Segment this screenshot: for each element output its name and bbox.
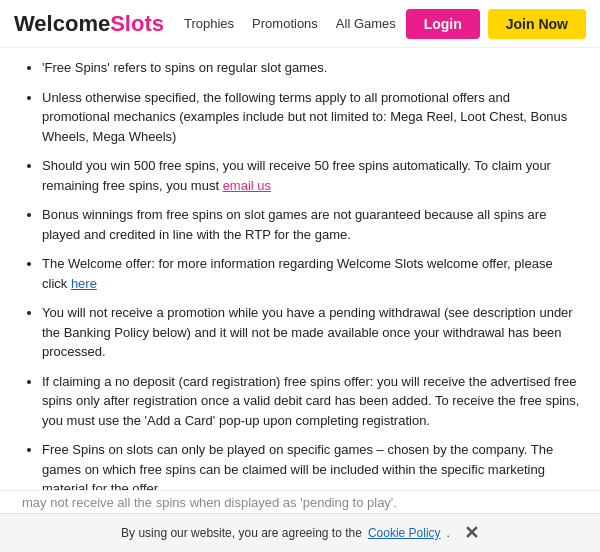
cookie-bar: By using our website, you are agreeing t… [0, 513, 600, 552]
logo-slots: Slots [110, 11, 164, 36]
cookie-text-after: . [447, 526, 450, 540]
terms-content: 'Free Spins' refers to spins on regular … [0, 48, 600, 540]
join-button[interactable]: Join Now [488, 9, 586, 39]
list-item: Bonus winnings from free spins on slot g… [42, 205, 580, 244]
list-item: The Welcome offer: for more information … [42, 254, 580, 293]
cookie-text-before: By using our website, you are agreeing t… [121, 526, 362, 540]
terms-list: 'Free Spins' refers to spins on regular … [20, 58, 580, 540]
email-us-link[interactable]: email us [223, 178, 271, 193]
here-link[interactable]: here [71, 276, 97, 291]
cookie-close-button[interactable]: ✕ [464, 524, 479, 542]
list-item: If claiming a no deposit (card registrat… [42, 372, 580, 431]
logo: WelcomeSlots [14, 11, 164, 37]
main-nav: Trophies Promotions All Games [184, 16, 406, 31]
header-buttons: Login Join Now [406, 9, 586, 39]
login-button[interactable]: Login [406, 9, 480, 39]
bottom-partial-text: may not receive all the spins when displ… [0, 490, 600, 514]
list-item: 'Free Spins' refers to spins on regular … [42, 58, 580, 78]
nav-all-games[interactable]: All Games [336, 16, 396, 31]
nav-promotions[interactable]: Promotions [252, 16, 318, 31]
list-item: Unless otherwise specified, the followin… [42, 88, 580, 147]
header: WelcomeSlots Trophies Promotions All Gam… [0, 0, 600, 48]
logo-welcome: Welcome [14, 11, 110, 36]
list-item: Should you win 500 free spins, you will … [42, 156, 580, 195]
list-item: You will not receive a promotion while y… [42, 303, 580, 362]
cookie-policy-link[interactable]: Cookie Policy [368, 526, 441, 540]
nav-trophies[interactable]: Trophies [184, 16, 234, 31]
